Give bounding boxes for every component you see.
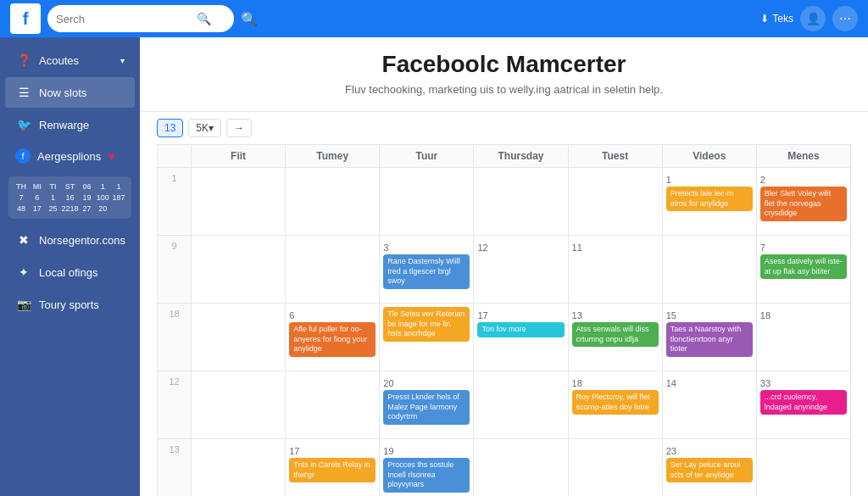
cal-day[interactable]: 20 bbox=[95, 203, 110, 214]
cal-cell-w5d2[interactable]: 17 Tnts in Carels Relay in thet'gr bbox=[286, 439, 380, 496]
cal-cell-w3d2[interactable]: 6 Afle ful puller for oo-anyeres for fio… bbox=[286, 304, 380, 371]
cal-cell-w3d4[interactable]: 17 Ton fov more bbox=[474, 304, 568, 371]
cal-cell-w3d5[interactable]: 13 Atss senwals will diss crtumng onpu i… bbox=[569, 304, 663, 371]
cal-day[interactable]: 2218 bbox=[61, 203, 78, 214]
teks-nav-item[interactable]: ⬇ Teks bbox=[760, 13, 793, 25]
cal-cell-w1d4[interactable] bbox=[474, 168, 568, 236]
control-btn-arrow[interactable]: → bbox=[226, 119, 252, 137]
cal-col-fiit: Fiit bbox=[192, 145, 286, 168]
cal-day[interactable]: 17 bbox=[30, 203, 45, 214]
cal-cell-w4d4[interactable] bbox=[474, 371, 568, 439]
cal-cell-w5d1[interactable] bbox=[192, 439, 286, 496]
cal-day[interactable]: 19 bbox=[80, 192, 95, 203]
cal-cell-w4d3[interactable]: 20 Presst Lknder hels of Malez Page larm… bbox=[380, 371, 474, 439]
sidebar-item-now-slots[interactable]: ☰ Now slots bbox=[5, 77, 135, 108]
cal-cell-w2d3[interactable]: 3 Rane Dasternsly Wiill Ired a tlgescer … bbox=[380, 236, 474, 304]
cal-week-header bbox=[158, 145, 192, 168]
event-w2d7[interactable]: Asess datively will iste-at up flak asy … bbox=[760, 254, 847, 279]
event-w5d6[interactable]: Ser Lay peluce aroul scts of ter anylidg… bbox=[666, 458, 753, 482]
cal-header-th: TH bbox=[14, 181, 29, 192]
cal-col-tuest: Tuest bbox=[569, 145, 663, 168]
cal-cell-w4d1[interactable] bbox=[192, 371, 286, 439]
cal-day[interactable]: 1 bbox=[95, 181, 110, 192]
cal-cell-w1d3[interactable] bbox=[380, 168, 474, 236]
event-w2d3[interactable]: Rane Dasternsly Wiill Ired a tlgescer br… bbox=[383, 254, 470, 289]
cal-header-ti: TI bbox=[46, 181, 61, 192]
cal-day[interactable]: 100 bbox=[95, 192, 110, 203]
sidebar-item-norsegentor[interactable]: ✖ Norsegentor.cons bbox=[5, 225, 135, 255]
cal-cell-w2d7[interactable]: 7 Asess datively will iste-at up flak as… bbox=[757, 236, 851, 304]
event-w5d3[interactable]: Procces ths sostule Inoell rlsonrea ploy… bbox=[383, 458, 470, 493]
control-btn-13[interactable]: 13 bbox=[157, 119, 183, 137]
cal-day[interactable]: 48 bbox=[14, 203, 29, 214]
cal-cell-w3d1[interactable] bbox=[192, 304, 286, 371]
search-bar[interactable]: 🔍 bbox=[47, 5, 234, 32]
search-input[interactable] bbox=[56, 13, 192, 25]
twitter-icon: 🐦 bbox=[15, 116, 32, 133]
event-w3d4[interactable]: Ton fov more bbox=[477, 322, 564, 337]
event-w3d6[interactable]: Taes a Naarstoy with tlonctienrtoon anyr… bbox=[666, 322, 753, 357]
cal-cell-w3d3[interactable]: Tle Setes vev Reterian be inage for me l… bbox=[380, 304, 474, 371]
event-w3d3[interactable]: Tle Setes vev Reterian be inage for me l… bbox=[383, 307, 470, 342]
cal-cell-w4d7[interactable]: 33 ...crd cuolemcy, lndaged anyrindge bbox=[757, 371, 851, 439]
event-w3d2[interactable]: Afle ful puller for oo-anyeres for fiong… bbox=[289, 322, 376, 357]
cal-cell-w1d1[interactable] bbox=[192, 168, 286, 236]
sidebar: ❓ Acoutes ▾ ☰ Now slots 🐦 Renwarge f Aer… bbox=[0, 37, 140, 496]
cal-cell-w5d6[interactable]: 23 Ser Lay peluce aroul scts of ter anyl… bbox=[663, 439, 757, 496]
cal-cell-w4d5[interactable]: 18 Roy Plectcroy, will flet scornp-atles… bbox=[569, 371, 663, 439]
week-num-13: 13 bbox=[158, 439, 192, 496]
sidebar-item-toury-sports[interactable]: 📷 Toury sports bbox=[5, 289, 135, 320]
week-num-12: 12 bbox=[158, 371, 192, 439]
event-w5d2[interactable]: Tnts in Carels Relay in thet'gr bbox=[289, 458, 376, 482]
user-icon-circle[interactable]: 👤 bbox=[800, 6, 826, 31]
cal-cell-w1d7[interactable]: 2 Bler Slett Voley wilit flet the norveg… bbox=[757, 168, 851, 236]
cal-day[interactable]: 187 bbox=[111, 192, 126, 203]
control-btn-5k[interactable]: 5K▾ bbox=[188, 119, 221, 137]
cal-cell-w4d2[interactable] bbox=[286, 371, 380, 439]
sidebar-item-local-ofings[interactable]: ✦ Local ofings bbox=[5, 257, 135, 287]
page-controls: 13 5K▾ → bbox=[140, 112, 868, 144]
event-w1d7[interactable]: Bler Slett Voley wilit flet the norvegas… bbox=[760, 187, 847, 221]
cal-cell-w1d5[interactable] bbox=[569, 168, 663, 236]
search-button[interactable]: 🔍 bbox=[197, 12, 211, 25]
cal-cell-w2d6[interactable] bbox=[663, 236, 757, 304]
cal-day[interactable]: 1 bbox=[46, 192, 61, 203]
search-expand-icon[interactable]: 🔍 bbox=[241, 11, 258, 27]
cal-col-videos: Videos bbox=[663, 145, 757, 168]
week-num-18: 18 bbox=[158, 304, 192, 371]
toury-sports-label: Toury sports bbox=[39, 298, 99, 311]
fb-mini-icon: f bbox=[15, 148, 31, 164]
event-w4d7[interactable]: ...crd cuolemcy, lndaged anyrindge bbox=[760, 390, 847, 415]
event-w4d3[interactable]: Presst Lknder hels of Malez Page larmony… bbox=[383, 390, 470, 425]
sidebar-item-renwarge[interactable]: 🐦 Renwarge bbox=[5, 109, 135, 140]
sidebar-item-aergesplions[interactable]: f Aergesplions ♥ bbox=[5, 142, 135, 170]
more-options-icon[interactable]: ⋯ bbox=[832, 6, 858, 31]
heart-icon: ♥ bbox=[108, 149, 114, 163]
cal-day[interactable]: 16 bbox=[61, 192, 78, 203]
cal-cell-w3d6[interactable]: 15 Taes a Naarstoy with tlonctienrtoon a… bbox=[663, 304, 757, 371]
event-w1d6[interactable]: Pretects lale lec-rn eiros for anylidge bbox=[666, 187, 753, 211]
cal-cell-w2d2[interactable] bbox=[286, 236, 380, 304]
cal-cell-w2d1[interactable] bbox=[192, 236, 286, 304]
facebook-logo: f bbox=[10, 3, 41, 34]
cal-cell-w2d5[interactable]: 11 bbox=[569, 236, 663, 304]
cal-cell-w1d2[interactable] bbox=[286, 168, 380, 236]
cal-cell-w3d7[interactable]: 18 bbox=[757, 304, 851, 371]
cal-day[interactable]: 25 bbox=[46, 203, 61, 214]
cal-day[interactable]: 1 bbox=[111, 181, 126, 192]
event-w4d5[interactable]: Roy Plectcroy, will flet scornp-atles do… bbox=[572, 390, 659, 415]
cal-day[interactable]: 6 bbox=[30, 192, 45, 203]
cal-cell-w1d6[interactable]: 1 Pretects lale lec-rn eiros for anylidg… bbox=[663, 168, 757, 236]
cal-cell-w2d4[interactable]: 12 bbox=[474, 236, 568, 304]
cal-cell-w4d6[interactable]: 14 bbox=[663, 371, 757, 439]
event-w3d5[interactable]: Atss senwals will diss crtumng onpu idlj… bbox=[572, 322, 659, 347]
star-icon: ✦ bbox=[15, 264, 32, 281]
sidebar-item-acouttes[interactable]: ❓ Acoutes ▾ bbox=[5, 45, 135, 75]
top-navigation: f 🔍 🔍 ⬇ Teks 👤 ⋯ bbox=[0, 0, 868, 37]
cal-cell-w5d3[interactable]: 19 Procces ths sostule Inoell rlsonrea p… bbox=[380, 439, 474, 496]
cal-cell-w5d7[interactable] bbox=[757, 439, 851, 496]
cal-day[interactable]: 27 bbox=[80, 203, 95, 214]
cal-cell-w5d5[interactable] bbox=[569, 439, 663, 496]
cal-day[interactable]: 7 bbox=[14, 192, 29, 203]
cal-cell-w5d4[interactable] bbox=[474, 439, 568, 496]
